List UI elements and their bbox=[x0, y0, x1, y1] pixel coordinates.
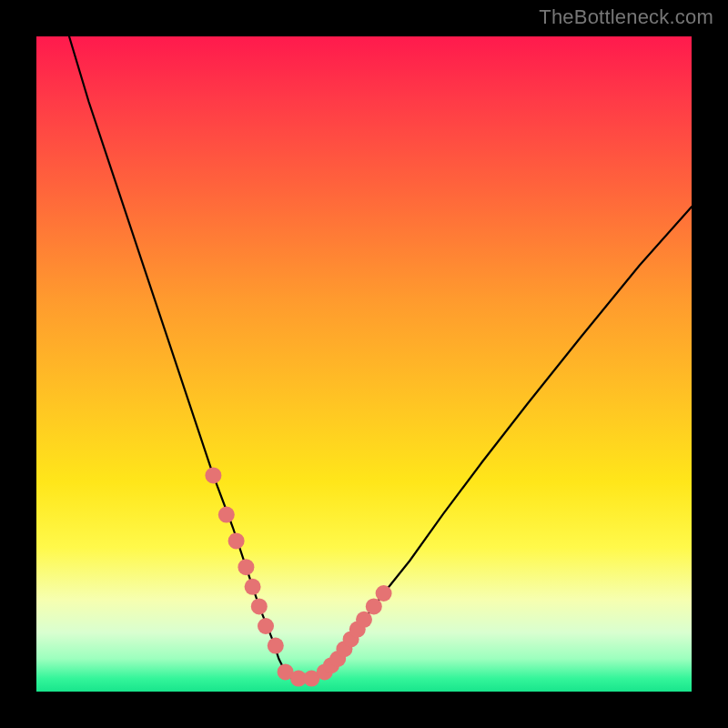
curve-svg bbox=[36, 36, 692, 692]
watermark-text: TheBottleneck.com bbox=[539, 5, 713, 29]
marker-dot bbox=[228, 532, 245, 549]
marker-dot bbox=[251, 598, 268, 614]
marker-dot bbox=[356, 612, 372, 628]
marker-dot bbox=[218, 507, 235, 523]
marker-dot bbox=[245, 579, 261, 595]
chart-frame: TheBottleneck.com bbox=[0, 0, 728, 728]
plot-area bbox=[36, 36, 692, 692]
marker-dot bbox=[366, 598, 382, 614]
marker-dot bbox=[258, 618, 274, 634]
marker-dot bbox=[268, 638, 284, 654]
marker-dot bbox=[205, 467, 221, 483]
marker-dot bbox=[238, 559, 254, 575]
highlighted-points bbox=[205, 467, 391, 686]
bottleneck-curve bbox=[69, 36, 692, 679]
marker-dot bbox=[376, 585, 392, 602]
